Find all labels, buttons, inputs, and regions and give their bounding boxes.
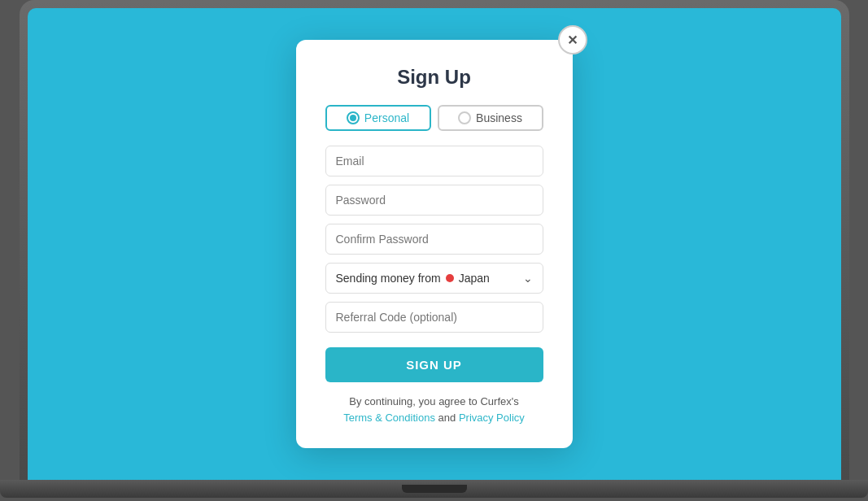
confirm-password-field[interactable]	[325, 224, 543, 255]
referral-code-field[interactable]	[325, 302, 543, 333]
personal-label: Personal	[364, 111, 409, 124]
privacy-policy-link[interactable]: Privacy Policy	[459, 412, 525, 424]
terms-and: and	[438, 412, 456, 424]
personal-radio-dot	[347, 111, 360, 124]
laptop-body: ✕ Sign Up Personal	[20, 0, 849, 480]
account-type-business[interactable]: Business	[438, 105, 543, 131]
modal-backdrop: ✕ Sign Up Personal	[28, 8, 841, 480]
terms-section: By continuing, you agree to Curfex's Ter…	[325, 394, 543, 425]
password-field[interactable]	[325, 185, 543, 216]
country-name: Japan	[459, 272, 490, 285]
flag-dot	[446, 274, 454, 282]
country-selector[interactable]: Sending money from Japan ⌄	[325, 263, 543, 294]
laptop-notch	[402, 485, 467, 493]
country-left: Sending money from Japan	[336, 272, 490, 285]
modal-title: Sign Up	[325, 66, 543, 89]
laptop-screen: ✕ Sign Up Personal	[28, 8, 841, 480]
terms-prefix: By continuing, you agree to Curfex's	[349, 395, 518, 407]
email-field[interactable]	[325, 146, 543, 176]
signup-modal: ✕ Sign Up Personal	[296, 40, 573, 448]
terms-link[interactable]: Terms & Conditions	[343, 412, 435, 424]
close-icon: ✕	[567, 33, 578, 48]
business-radio-dot	[458, 111, 471, 124]
country-prefix: Sending money from	[336, 272, 441, 285]
personal-radio-dot-inner	[350, 115, 356, 121]
account-type-personal[interactable]: Personal	[325, 105, 431, 131]
business-label: Business	[476, 111, 522, 124]
account-type-selector: Personal Business	[325, 105, 543, 131]
laptop-base	[0, 480, 868, 498]
laptop-shell: ✕ Sign Up Personal	[0, 0, 868, 501]
close-button[interactable]: ✕	[558, 25, 587, 54]
chevron-down-icon: ⌄	[523, 272, 533, 285]
signup-button[interactable]: SIGN UP	[325, 347, 543, 382]
